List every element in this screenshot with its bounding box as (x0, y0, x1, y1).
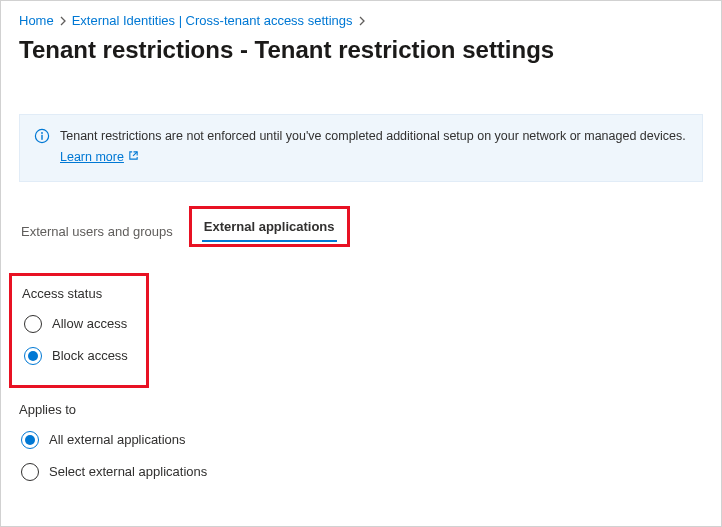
radio-select-label: Select external applications (49, 464, 207, 479)
chevron-right-icon (357, 16, 367, 26)
external-link-icon (128, 148, 139, 167)
svg-point-1 (41, 132, 43, 134)
radio-circle-icon (24, 315, 42, 333)
radio-allow-label: Allow access (52, 316, 127, 331)
page-title: Tenant restrictions - Tenant restriction… (19, 36, 703, 64)
radio-block-label: Block access (52, 348, 128, 363)
radio-circle-icon (21, 463, 39, 481)
radio-all-label: All external applications (49, 432, 186, 447)
highlight-access-status: Access status Allow access Block access (9, 273, 149, 388)
learn-more-link[interactable]: Learn more (60, 148, 139, 167)
radio-select-external-apps[interactable]: Select external applications (21, 463, 703, 481)
access-status-label: Access status (22, 286, 128, 301)
svg-rect-2 (41, 135, 42, 140)
info-message: Tenant restrictions are not enforced unt… (60, 129, 686, 143)
radio-circle-icon (24, 347, 42, 365)
chevron-right-icon (58, 16, 68, 26)
access-status-radio-group: Allow access Block access (24, 315, 128, 365)
breadcrumb-external-identities[interactable]: External Identities | Cross-tenant acces… (72, 13, 353, 28)
tab-external-applications[interactable]: External applications (202, 215, 337, 242)
radio-all-external-apps[interactable]: All external applications (21, 431, 703, 449)
applies-to-label: Applies to (19, 402, 703, 417)
info-icon (34, 128, 50, 147)
learn-more-label: Learn more (60, 148, 124, 167)
breadcrumb-home[interactable]: Home (19, 13, 54, 28)
info-banner: Tenant restrictions are not enforced unt… (19, 114, 703, 182)
highlight-external-apps: External applications (189, 206, 350, 247)
radio-circle-icon (21, 431, 39, 449)
tab-external-users[interactable]: External users and groups (19, 220, 175, 247)
radio-allow-access[interactable]: Allow access (24, 315, 128, 333)
applies-to-section: Applies to All external applications Sel… (19, 402, 703, 481)
radio-block-access[interactable]: Block access (24, 347, 128, 365)
applies-to-radio-group: All external applications Select externa… (21, 431, 703, 481)
tabs: External users and groups External appli… (19, 206, 703, 247)
breadcrumb: Home External Identities | Cross-tenant … (19, 13, 703, 28)
